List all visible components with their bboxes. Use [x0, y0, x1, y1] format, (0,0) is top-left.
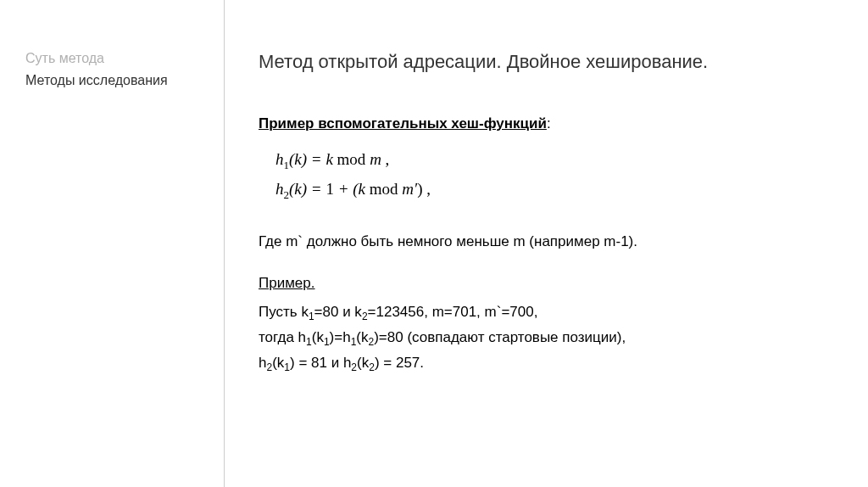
txt: (k [357, 355, 369, 371]
sidebar-item-research-methods[interactable]: Методы исследования [25, 73, 207, 88]
sub: 1 [306, 336, 312, 348]
sidebar-item-method-essence[interactable]: Суть метода [25, 51, 207, 66]
formula-h1: h1(k) = k mod m , [275, 145, 826, 175]
txt: Пусть k [259, 304, 309, 320]
formula-h1-k: (k) = k [289, 150, 333, 168]
txt: =123456, m=701, m`=700, [368, 304, 538, 320]
formula-h2-one: 1 [326, 180, 334, 198]
section-header-row: Пример вспомогательных хеш-функций: [259, 115, 826, 132]
example-block: Пример. Пусть k1=80 и k2=123456, m=701, … [259, 271, 826, 376]
sidebar: Суть метода Методы исследования [0, 0, 225, 487]
txt: )=h [330, 329, 351, 345]
formula-h2-m: m′ [402, 180, 417, 198]
formula-h1-end: , [381, 150, 390, 168]
section-header: Пример вспомогательных хеш-функций [259, 115, 547, 132]
note-text: Где m` должно быть немного меньше m (нап… [259, 230, 826, 255]
example-label: Пример. [259, 271, 826, 296]
formula-h1-m: m [370, 150, 381, 168]
txt: тогда h [259, 329, 306, 345]
sub: 1 [309, 311, 314, 323]
formula-h2-mod: mod [365, 180, 402, 198]
txt: (k [272, 355, 284, 371]
txt: (k [312, 329, 324, 345]
txt: (k [356, 329, 368, 345]
example-line-2: тогда h1(k1)=h1(k2)=80 (совпадают старто… [259, 326, 826, 351]
content-area: Метод открытой адресации. Двойное хеширо… [225, 0, 868, 487]
formula-h1-h: h [275, 150, 284, 168]
formula-h2-end: ) , [417, 180, 431, 198]
sub: 2 [369, 361, 375, 373]
txt: =80 и k [314, 304, 362, 320]
formula-h2: h2(k) = 1 + (k mod m′) , [275, 175, 826, 204]
example-line-3: h2(k1) = 81 и h2(k2) = 257. [259, 351, 826, 377]
sub: 1 [324, 336, 330, 348]
formula-h1-mod: mod [333, 150, 370, 168]
page-title: Метод открытой адресации. Двойное хеширо… [259, 51, 826, 73]
txt: )=80 (совпадают стартовые позиции), [374, 329, 626, 345]
txt: ) = 257. [375, 355, 424, 371]
txt: ) = 81 и h [290, 355, 351, 371]
formula-h2-body: (k) = [289, 180, 326, 198]
formula-block: h1(k) = k mod m , h2(k) = 1 + (k mod m′)… [275, 145, 826, 204]
sub: 2 [362, 311, 368, 323]
formula-h2-h: h [275, 180, 284, 198]
sub: 1 [284, 361, 290, 373]
formula-h2-plus: + (k [334, 180, 365, 198]
section-header-colon: : [547, 115, 551, 132]
example-line-1: Пусть k1=80 и k2=123456, m=701, m`=700, [259, 300, 826, 326]
